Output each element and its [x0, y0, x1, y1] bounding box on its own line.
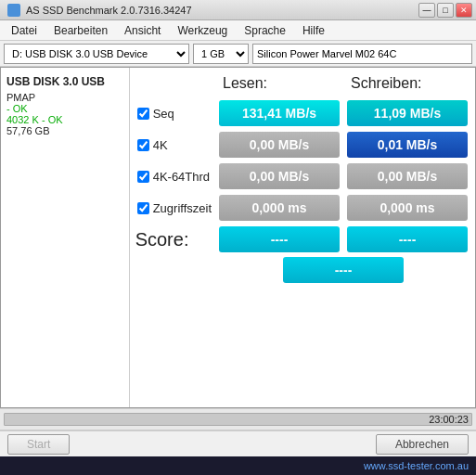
- access-read-cell: 0,000 ms: [215, 192, 343, 224]
- menu-bar: Datei Bearbeiten Ansicht Werkzeug Sprach…: [0, 20, 476, 41]
- app-icon: [7, 4, 20, 17]
- disk-size: 57,76 GB: [6, 125, 123, 136]
- toolbar: D: USB DISK 3.0 USB Device 1 GB Silicon …: [0, 41, 476, 67]
- access-write-box: 0,000 ms: [347, 195, 468, 221]
- maximize-button[interactable]: □: [437, 3, 454, 18]
- main-content: USB DISK 3.0 USB PMAP - OK 4032 K - OK 5…: [0, 67, 476, 408]
- bench-row-total-score: ----: [134, 255, 471, 285]
- pmap-label: PMAP: [6, 92, 123, 103]
- score-write-cell: ----: [343, 224, 471, 255]
- bench-row-access: Zugriffszeit 0,000 ms 0,000 ms: [134, 192, 471, 224]
- bench-row-score: Score: ---- ----: [134, 224, 471, 255]
- bench-row-4k64: 4K-64Thrd 0,00 MB/s 0,00 MB/s: [134, 160, 471, 192]
- menu-sprache[interactable]: Sprache: [237, 22, 293, 39]
- size-select[interactable]: 1 GB: [193, 44, 249, 64]
- write-header: Schreiben:: [343, 71, 471, 97]
- start-button[interactable]: Start: [7, 434, 70, 455]
- seq-label: Seq: [134, 97, 215, 129]
- 4k64-checkbox[interactable]: [137, 171, 149, 183]
- drive-info: Silicon Power Marvel M02 64C: [252, 44, 472, 64]
- seq-read-box: 131,41 MB/s: [219, 100, 340, 126]
- menu-hilfe[interactable]: Hilfe: [295, 22, 332, 39]
- disk-name: USB DISK 3.0 USB: [6, 75, 123, 88]
- 4k64-write-box: 0,00 MB/s: [347, 163, 468, 189]
- progress-bar-bg: [4, 413, 472, 426]
- bench-row-4k: 4K 0,00 MB/s 0,01 MB/s: [134, 129, 471, 160]
- seq-write-cell: 11,09 MB/s: [343, 97, 471, 129]
- 4k-checkbox[interactable]: [137, 139, 149, 151]
- menu-werkzeug[interactable]: Werkzeug: [170, 22, 235, 39]
- cancel-button[interactable]: Abbrechen: [376, 434, 469, 455]
- score-total-box: ----: [283, 257, 404, 283]
- score-read-cell: ----: [215, 224, 343, 255]
- 4k-label: 4K: [134, 129, 215, 160]
- 4k64-read-cell: 0,00 MB/s: [215, 160, 343, 192]
- window-controls: — □ ✕: [418, 3, 472, 18]
- title-text: AS SSD Benchmark 2.0.7316.34247: [26, 5, 192, 16]
- menu-ansicht[interactable]: Ansicht: [117, 22, 168, 39]
- access-write-cell: 0,000 ms: [343, 192, 471, 224]
- left-panel: USB DISK 3.0 USB PMAP - OK 4032 K - OK 5…: [1, 68, 130, 407]
- close-button[interactable]: ✕: [456, 3, 472, 18]
- seq-checkbox[interactable]: [137, 108, 149, 120]
- progress-time: 23:00:23: [429, 414, 469, 425]
- 4k64-label: 4K-64Thrd: [134, 160, 215, 192]
- 4k-write-box: 0,01 MB/s: [347, 132, 468, 158]
- bottom-row: Start Abbrechen: [0, 430, 476, 456]
- right-panel: Lesen: Schreiben: Seq 131,41 MB/s: [130, 68, 475, 407]
- 4k64-write-cell: 0,00 MB/s: [343, 160, 471, 192]
- progress-area: 23:00:23: [0, 408, 476, 430]
- seq-read-cell: 131,41 MB/s: [215, 97, 343, 129]
- 4k-read-box: 0,00 MB/s: [219, 132, 340, 158]
- menu-bearbeiten[interactable]: Bearbeiten: [46, 22, 115, 39]
- bench-row-seq: Seq 131,41 MB/s 11,09 MB/s: [134, 97, 471, 129]
- watermark: www.ssd-tester.com.au: [0, 456, 476, 475]
- read-header: Lesen:: [215, 71, 343, 97]
- score-write-box: ----: [347, 226, 468, 252]
- score-label: Score:: [134, 224, 215, 255]
- access-read-box: 0,000 ms: [219, 195, 340, 221]
- access-checkbox[interactable]: [137, 202, 149, 214]
- 4k64-read-box: 0,00 MB/s: [219, 163, 340, 189]
- bench-table: Lesen: Schreiben: Seq 131,41 MB/s: [134, 71, 471, 285]
- status-ok1: - OK: [6, 103, 123, 114]
- minimize-button[interactable]: —: [418, 3, 435, 18]
- title-bar: AS SSD Benchmark 2.0.7316.34247 — □ ✕: [0, 0, 476, 20]
- bench-header-row: Lesen: Schreiben:: [134, 71, 471, 97]
- seq-write-box: 11,09 MB/s: [347, 100, 468, 126]
- 4k-read-cell: 0,00 MB/s: [215, 129, 343, 160]
- access-label: Zugriffszeit: [134, 192, 215, 224]
- score-read-box: ----: [219, 226, 340, 252]
- drive-select[interactable]: D: USB DISK 3.0 USB Device: [4, 44, 189, 64]
- menu-datei[interactable]: Datei: [4, 22, 45, 39]
- watermark-text: www.ssd-tester.com.au: [364, 460, 469, 471]
- status-ok2: 4032 K - OK: [6, 114, 123, 125]
- 4k-write-cell: 0,01 MB/s: [343, 129, 471, 160]
